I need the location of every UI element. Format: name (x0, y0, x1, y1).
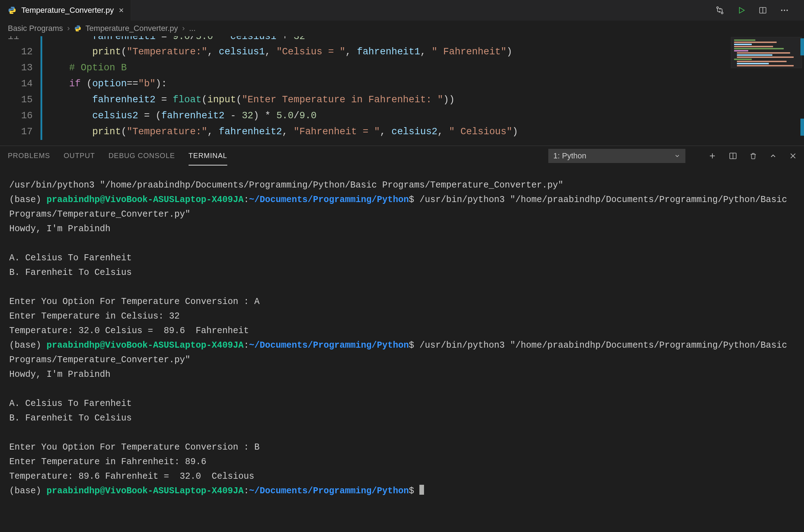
compare-changes-icon[interactable] (715, 6, 724, 15)
split-terminal-icon[interactable] (729, 152, 737, 160)
svg-point-0 (717, 7, 718, 9)
tab-bar: Temperature_Converter.py × (0, 0, 804, 21)
kill-terminal-icon[interactable] (749, 152, 757, 160)
more-actions-icon[interactable] (780, 6, 789, 15)
panel-tab-bar: PROBLEMS OUTPUT DEBUG CONSOLE TERMINAL 1… (0, 146, 804, 166)
line-number: 16 (0, 108, 33, 124)
breadcrumb-symbol[interactable]: ... (189, 24, 195, 33)
panel: PROBLEMS OUTPUT DEBUG CONSOLE TERMINAL 1… (0, 146, 804, 514)
code-line[interactable]: if (option=="b"): (46, 76, 726, 92)
breadcrumb-file[interactable]: Temperature_Converter.py (86, 24, 178, 33)
editor-toolbar (715, 0, 804, 21)
line-number-gutter: 11121314151617 (0, 36, 46, 140)
python-file-icon (74, 25, 81, 32)
code-area[interactable]: fahrenheit1 = 9.0/5.0 * celsius1 + 32 pr… (46, 36, 726, 140)
tab-problems[interactable]: PROBLEMS (8, 147, 50, 165)
code-line[interactable]: fahrenheit2 = float(input("Enter Tempera… (46, 92, 726, 108)
minimap[interactable] (731, 37, 802, 68)
line-number: 13 (0, 60, 33, 76)
line-number: 12 (0, 44, 33, 60)
tab-filename: Temperature_Converter.py (21, 6, 114, 15)
svg-point-6 (787, 10, 788, 11)
line-number: 14 (0, 76, 33, 92)
tab-temperature-converter[interactable]: Temperature_Converter.py × (0, 0, 131, 21)
run-icon[interactable] (737, 6, 746, 15)
code-line[interactable]: print("Temperature:", fahrenheit2, "Fahr… (46, 124, 726, 140)
breadcrumb-folder[interactable]: Basic Programs (8, 24, 63, 33)
close-panel-icon[interactable] (789, 152, 797, 160)
svg-point-4 (781, 10, 782, 11)
breadcrumb[interactable]: Basic Programs › Temperature_Converter.p… (0, 21, 804, 36)
svg-point-5 (784, 10, 785, 11)
terminal-selector-label: 1: Python (553, 151, 586, 161)
chevron-right-icon: › (67, 24, 70, 33)
terminal-cursor (419, 485, 424, 495)
tab-debug-console[interactable]: DEBUG CONSOLE (108, 147, 175, 165)
line-number: 15 (0, 92, 33, 108)
python-file-icon (8, 6, 16, 15)
terminal-selector[interactable]: 1: Python (548, 149, 685, 163)
chevron-down-icon (674, 153, 680, 159)
code-line[interactable]: # Option B (46, 60, 726, 76)
tab-output[interactable]: OUTPUT (64, 147, 95, 165)
tab-terminal[interactable]: TERMINAL (189, 147, 227, 165)
editor[interactable]: 11121314151617 fahrenheit1 = 9.0/5.0 * c… (0, 36, 804, 140)
code-line[interactable]: celsius2 = (fahrenheit2 - 32) * 5.0/9.0 (46, 108, 726, 124)
terminal-output[interactable]: /usr/bin/python3 "/home/praabindhp/Docum… (0, 166, 804, 514)
modified-indicator (40, 36, 42, 140)
split-editor-icon[interactable] (759, 6, 767, 15)
svg-point-1 (721, 12, 723, 14)
line-number: 17 (0, 124, 33, 140)
code-line[interactable]: print("Temperature:", celsius1, "Celsius… (46, 44, 726, 60)
chevron-right-icon: › (182, 24, 185, 33)
tab-close-icon[interactable]: × (119, 5, 124, 15)
overview-ruler (800, 36, 804, 140)
maximize-panel-icon[interactable] (769, 152, 777, 160)
new-terminal-icon[interactable] (708, 152, 717, 160)
